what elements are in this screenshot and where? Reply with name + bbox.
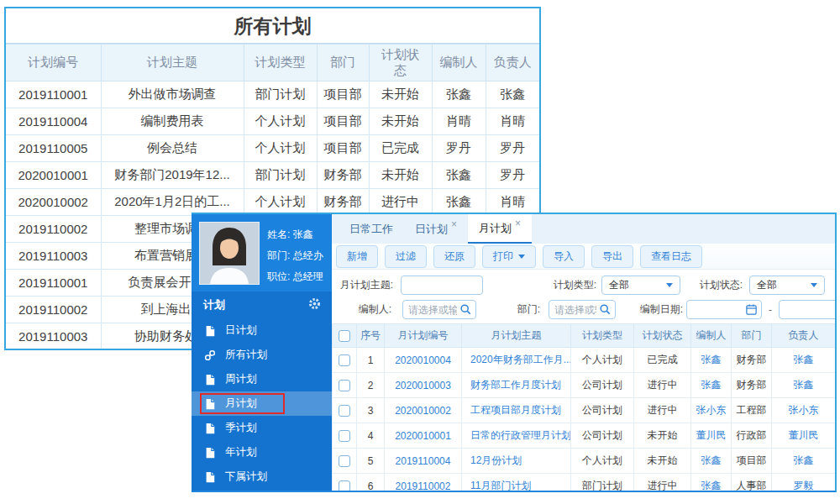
table-row: 2 2020010003 财务部工作月度计划 公司计划 进行中 张鑫 财务部 张… [333, 373, 836, 398]
row-checkbox[interactable] [339, 405, 350, 417]
subject-filter-input[interactable] [401, 276, 483, 295]
select-all-checkbox[interactable] [339, 330, 350, 342]
export-button[interactable]: 导出 [591, 245, 633, 268]
cell-type: 个人计划 [244, 108, 317, 135]
column-header: 负责人 [772, 324, 836, 348]
cell-creator-link[interactable]: 张鑫 [691, 373, 732, 398]
sidebar-item-label: 下属计划 [225, 470, 267, 484]
cell-plan-id: 2020010002 [6, 189, 101, 216]
cell-creator-link[interactable]: 张小东 [691, 398, 732, 423]
type-filter-select[interactable]: 全部 [601, 276, 680, 295]
cell-owner-link[interactable]: 罗毅 [772, 474, 836, 491]
cell-owner-link[interactable]: 张鑫 [772, 348, 836, 373]
cell-subject-link[interactable]: 财务部工作月度计划 [462, 373, 571, 398]
import-button[interactable]: 导入 [543, 245, 585, 268]
cell-plan-id-link[interactable]: 2020010004 [385, 348, 462, 373]
cell-dept: 项目部 [317, 81, 369, 108]
cell-plan-id-link[interactable]: 2020010003 [385, 373, 462, 398]
created-date-to-input[interactable] [779, 300, 835, 319]
table-row: 1 2020010004 2020年财务部工作月... 个人计划 已完成 张鑫 … [333, 348, 836, 373]
filter-area: 月计划主题: 计划类型: 全部 计划状态: 全部 计划日期: 编制人: [332, 270, 835, 322]
cell-creator-link[interactable]: 张鑫 [691, 449, 732, 474]
cell-plan-id: 2020010001 [6, 162, 101, 189]
cell-status: 未开始 [634, 449, 691, 474]
cell-status: 未开始 [369, 162, 432, 189]
cell-status: 未开始 [369, 81, 432, 108]
sidebar-item-yearly-plan[interactable]: 年计划 [192, 440, 332, 465]
cell-creator-link[interactable]: 张鑫 [691, 474, 732, 491]
cell-no: 1 [357, 348, 385, 373]
row-checkbox[interactable] [339, 354, 350, 366]
tab-daily-work[interactable]: 日常工作 [339, 214, 404, 244]
cell-subject-link[interactable]: 11月部门计划 [462, 474, 571, 491]
document-icon [204, 325, 216, 337]
cell-status: 进行中 [634, 373, 691, 398]
cell-subject-link[interactable]: 2020年财务部工作月... [462, 348, 571, 373]
row-checkbox[interactable] [339, 480, 350, 491]
calendar-icon[interactable] [745, 303, 758, 316]
add-button[interactable]: 新增 [336, 245, 378, 268]
cell-status: 进行中 [634, 474, 691, 491]
tab-monthly-plan[interactable]: 月计划 × [468, 214, 532, 244]
cell-plan-id-link[interactable]: 2019110004 [385, 449, 462, 474]
dept-filter [549, 300, 616, 319]
cell-owner-link[interactable]: 张鑫 [772, 373, 836, 398]
status-filter-label: 计划状态: [690, 278, 743, 292]
cell-subject-link[interactable]: 日常的行政管理月计划 [462, 423, 571, 449]
row-checkbox[interactable] [339, 430, 350, 442]
tab-daily-plan[interactable]: 日计划 × [404, 214, 468, 244]
sidebar-title: 计划 [203, 297, 225, 312]
cell-plan-id: 2019110004 [6, 108, 101, 135]
cell-subject-link[interactable]: 工程项目部月度计划 [462, 398, 571, 423]
gear-icon[interactable] [308, 297, 321, 312]
cell-owner: 罗丹 [486, 135, 539, 162]
cell-owner-link[interactable]: 张小东 [772, 398, 836, 423]
cell-owner: 肖晴 [486, 189, 539, 216]
cell-plan-id-link[interactable]: 2019110002 [385, 474, 462, 491]
sidebar-item-subordinate-plan[interactable]: 下属计划 [192, 465, 332, 489]
cell-dept: 项目部 [732, 449, 772, 474]
sidebar-item-all-plans[interactable]: 所有计划 [192, 343, 332, 367]
magnifier-icon[interactable] [459, 303, 472, 316]
sidebar-item-weekly-plan[interactable]: 周计划 [192, 367, 332, 391]
sidebar-item-daily-plan[interactable]: 日计划 [192, 318, 332, 343]
restore-button[interactable]: 还原 [433, 245, 475, 268]
filter-button[interactable]: 过滤 [385, 245, 427, 268]
row-checkbox[interactable] [339, 455, 350, 467]
dept-filter-label: 部门: [490, 302, 540, 317]
cell-owner-link[interactable]: 董川民 [772, 423, 836, 449]
profile-name: 姓名: 张鑫 [267, 224, 323, 245]
table-row: 2020010001 财务部门2019年12... 部门计划 财务部 未开始 张… [6, 162, 539, 189]
cell-dept: 财务部 [732, 373, 772, 398]
magnifier-icon[interactable] [599, 303, 612, 316]
cell-type: 部门计划 [244, 162, 317, 189]
status-filter-select[interactable]: 全部 [749, 276, 825, 295]
cell-creator-link[interactable]: 董川民 [691, 423, 732, 449]
cell-plan-id: 2019110001 [6, 270, 101, 297]
cell-owner-link[interactable]: 张鑫 [772, 449, 836, 474]
row-checkbox[interactable] [339, 380, 350, 391]
cell-subject-link[interactable]: 12月份计划 [462, 449, 571, 474]
cell-subject: 财务部门2019年12... [101, 162, 244, 189]
cell-creator: 肖晴 [432, 108, 486, 135]
cell-creator-link[interactable]: 张鑫 [691, 348, 732, 373]
sidebar-item-monthly-plan[interactable]: 月计划 [192, 391, 332, 416]
created-date-from [686, 300, 762, 319]
filter-row-1: 月计划主题: 计划类型: 全部 计划状态: 全部 计划日期: [332, 273, 835, 297]
cell-plan-id-link[interactable]: 2020010001 [385, 423, 462, 449]
sidebar-item-label: 周计划 [225, 372, 257, 386]
avatar [199, 222, 260, 285]
close-icon[interactable]: × [451, 218, 457, 230]
table-row: 4 2020010001 日常的行政管理月计划 公司计划 未开始 董川民 行政部… [333, 423, 836, 449]
date-range-separator: - [769, 304, 772, 316]
column-header: 序号 [357, 324, 385, 348]
cell-plan-id-link[interactable]: 2020010002 [385, 398, 462, 423]
close-icon[interactable]: × [515, 218, 521, 229]
print-button[interactable]: 打印 [482, 245, 536, 268]
cell-plan-id: 2019110002 [6, 216, 101, 243]
document-icon [204, 398, 216, 410]
creator-filter [402, 300, 476, 319]
view-log-button[interactable]: 查看日志 [640, 245, 702, 268]
cell-no: 3 [357, 398, 385, 423]
sidebar-item-quarterly-plan[interactable]: 季计划 [192, 416, 332, 440]
